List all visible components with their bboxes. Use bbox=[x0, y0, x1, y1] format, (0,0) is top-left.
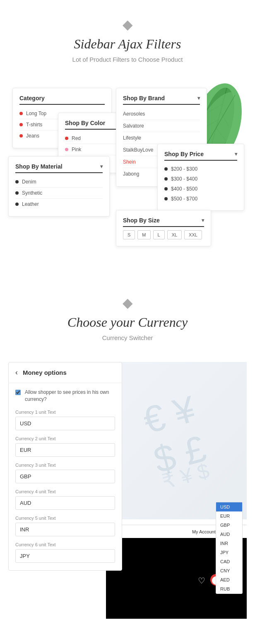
size-btn-xl[interactable]: XL bbox=[167, 230, 182, 239]
filter-item: Synthetic bbox=[15, 188, 103, 199]
size-btn-l[interactable]: L bbox=[153, 230, 165, 239]
currency-dropdown: USD EUR GBP AUD INR JPY CAD CNY AED RUB bbox=[216, 502, 243, 594]
price-item: $200 - $300 bbox=[164, 164, 237, 174]
currency-option-rub[interactable]: RUB bbox=[216, 584, 242, 593]
currency-field-label-6: Currency 6 unit Text bbox=[15, 542, 115, 547]
brand-item: Salvatore bbox=[123, 120, 200, 132]
filter-item: Red bbox=[65, 133, 121, 144]
price-card: Shop By Price ▾ $200 - $300 $300 - $400 … bbox=[157, 144, 244, 211]
currency-option-inr[interactable]: INR bbox=[216, 539, 242, 548]
my-account-button[interactable]: My Account ▾ bbox=[192, 529, 219, 534]
currency-field-label-5: Currency 5 unit Text bbox=[15, 516, 115, 521]
brand-item: Aerosoles bbox=[123, 108, 200, 120]
checkbox-label: Allow shopper to see prices in his own c… bbox=[25, 389, 115, 403]
section1-title: Sidebar Ajax Filters bbox=[8, 36, 247, 52]
size-btn-s[interactable]: S bbox=[123, 230, 135, 239]
currency-option-cny[interactable]: CNY bbox=[216, 566, 242, 575]
currency-option-aud[interactable]: AUD bbox=[216, 530, 242, 539]
filter-item: Pink bbox=[65, 144, 121, 155]
currency-option-gbp[interactable]: GBP bbox=[216, 521, 242, 530]
currency-symbols: € ¥$ £ ₹ ¥ $ bbox=[139, 388, 214, 493]
diamond-icon-1: ◆ bbox=[8, 17, 247, 32]
currency-field-label-2: Currency 2 unit Text bbox=[15, 436, 115, 441]
filter-item: Denim bbox=[15, 176, 103, 188]
material-card: Shop By Material ▾ Denim Synthetic Leath… bbox=[8, 156, 110, 217]
currency-option-eur[interactable]: EUR bbox=[216, 511, 242, 521]
shopper-currency-checkbox[interactable] bbox=[15, 390, 21, 395]
section2-header: ◆ Choose your Currency Currency Switcher bbox=[8, 278, 247, 358]
back-arrow-icon[interactable]: ‹ bbox=[15, 368, 18, 377]
filter-item: Leather bbox=[15, 199, 103, 210]
money-options-body: Allow shopper to see prices in his own c… bbox=[9, 383, 122, 570]
section1-subtitle: Lot of Product Filters to Choose Product bbox=[8, 56, 247, 63]
currency-option-usd[interactable]: USD bbox=[216, 502, 242, 511]
size-title: Shop By Size ▾ bbox=[123, 217, 204, 227]
currency-option-aed[interactable]: AED bbox=[216, 575, 242, 584]
size-buttons: S M L XL XXL bbox=[123, 230, 204, 239]
price-item: $300 - $400 bbox=[164, 174, 237, 184]
currency-input-4[interactable] bbox=[15, 496, 115, 510]
size-btn-xxl[interactable]: XXL bbox=[184, 230, 202, 239]
currency-field-label-3: Currency 3 unit Text bbox=[15, 463, 115, 468]
size-card: Shop By Size ▾ S M L XL XXL bbox=[116, 210, 211, 246]
money-options-panel: € ¥$ £ ₹ ¥ $ My Account ▾ USD ▾ USD EUR … bbox=[8, 362, 247, 619]
category-title: Category bbox=[19, 95, 105, 105]
currency-input-3[interactable] bbox=[15, 470, 115, 483]
section2-title: Choose your Currency bbox=[17, 315, 238, 330]
material-title: Shop By Material ▾ bbox=[15, 163, 103, 173]
currency-option-cad[interactable]: CAD bbox=[216, 557, 242, 566]
diamond-icon-2: ◆ bbox=[17, 295, 238, 311]
brand-item: Lifestyle bbox=[123, 132, 200, 144]
color-title: Shop By Color ▾ bbox=[65, 120, 121, 130]
money-options-title: Money options bbox=[23, 369, 67, 376]
size-btn-m[interactable]: M bbox=[137, 230, 150, 239]
money-options-header: ‹ Money options bbox=[9, 362, 122, 383]
filter-preview: Category Long Top T-shirts Jeans Shop By… bbox=[0, 80, 255, 253]
currency-bg: € ¥$ £ ₹ ¥ $ bbox=[106, 362, 247, 519]
currency-input-6[interactable] bbox=[15, 549, 115, 563]
heart-icon: ♡ bbox=[198, 576, 205, 586]
section1-header: ◆ Sidebar Ajax Filters Lot of Product Fi… bbox=[0, 0, 255, 80]
currency-input-1[interactable] bbox=[15, 417, 115, 430]
price-item: $400 - $500 bbox=[164, 184, 237, 194]
currency-option-jpy[interactable]: JPY bbox=[216, 548, 242, 557]
brand-title: Shop By Brand ▾ bbox=[123, 95, 200, 105]
price-title: Shop By Price ▾ bbox=[164, 151, 237, 161]
currency-section: ◆ Choose your Currency Currency Switcher… bbox=[0, 270, 255, 631]
currency-field-label-1: Currency 1 unit Text bbox=[15, 410, 115, 415]
currency-input-2[interactable] bbox=[15, 443, 115, 457]
checkbox-row: Allow shopper to see prices in his own c… bbox=[15, 389, 115, 403]
currency-field-label-4: Currency 4 unit Text bbox=[15, 489, 115, 494]
currency-input-5[interactable] bbox=[15, 523, 115, 536]
money-options-card: ‹ Money options Allow shopper to see pri… bbox=[8, 362, 122, 571]
price-item: $500 - $700 bbox=[164, 194, 237, 204]
section2-subtitle: Currency Switcher bbox=[17, 334, 238, 341]
